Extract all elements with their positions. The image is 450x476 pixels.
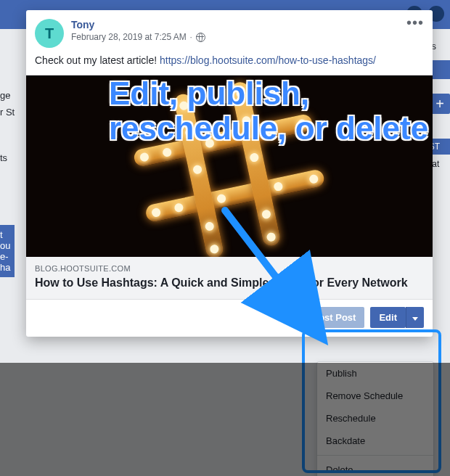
link-title: How to Use Hashtags: A Quick and Simple … xyxy=(35,276,424,290)
post-modal: T Tony February 28, 2019 at 7:25 AM · ••… xyxy=(26,10,433,337)
post-meta: February 28, 2019 at 7:25 AM · xyxy=(71,32,406,42)
left-frag-1: ge xyxy=(0,87,15,104)
left-frag-3: ts xyxy=(0,149,15,166)
post-link[interactable]: https://blog.hootsuite.com/how-to-use-ha… xyxy=(160,54,376,66)
left-frag-2: r St xyxy=(0,104,15,120)
edit-dropdown-toggle[interactable] xyxy=(406,307,424,328)
hashtag-light-graphic xyxy=(123,75,335,257)
boost-post-button[interactable]: Boost Post xyxy=(298,307,365,328)
meta-separator: · xyxy=(190,33,192,41)
avatar[interactable]: T xyxy=(35,19,64,48)
author-name[interactable]: Tony xyxy=(71,19,406,30)
left-frag-5: e-ha xyxy=(0,251,15,273)
link-domain: BLOG.HOOTSUITE.COM xyxy=(35,264,424,273)
privacy-public-icon[interactable] xyxy=(196,33,205,42)
left-frag-4: t ou xyxy=(0,229,15,251)
post-body: Check out my latest article! https://blo… xyxy=(26,54,433,75)
edit-button[interactable]: Edit xyxy=(370,307,406,328)
post-options-icon[interactable]: ••• xyxy=(406,19,424,26)
link-preview-image xyxy=(26,75,433,257)
add-button[interactable]: + xyxy=(430,94,450,114)
caret-down-icon xyxy=(412,317,418,321)
background-dimmer xyxy=(0,363,450,476)
left-blue-box: t ou e-ha xyxy=(0,225,15,277)
link-preview-card[interactable]: BLOG.HOOTSUITE.COM How to Use Hashtags: … xyxy=(26,75,433,300)
timestamp[interactable]: February 28, 2019 at 7:25 AM xyxy=(71,32,187,42)
post-text: Check out my latest article! xyxy=(35,54,160,66)
